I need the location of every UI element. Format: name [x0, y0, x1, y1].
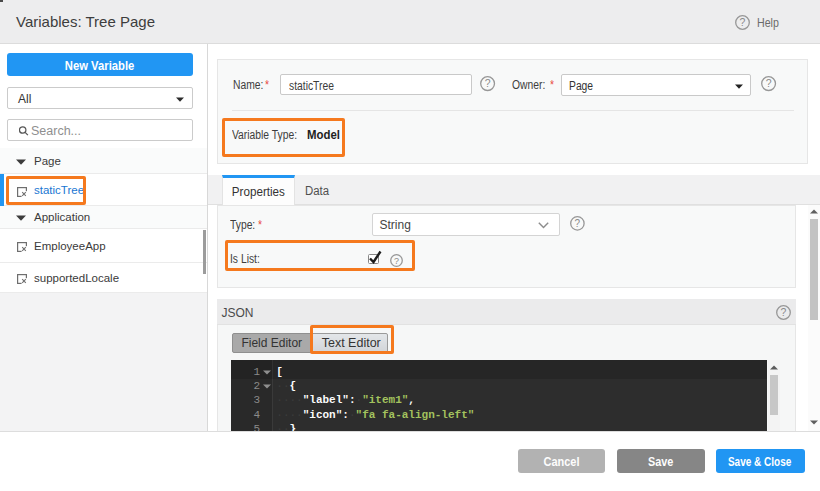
svg-text:?: ? — [766, 79, 772, 90]
svg-text:?: ? — [484, 79, 490, 90]
svg-text:?: ? — [574, 218, 580, 229]
svg-text:?: ? — [739, 16, 745, 28]
svg-text:?: ? — [780, 306, 786, 318]
